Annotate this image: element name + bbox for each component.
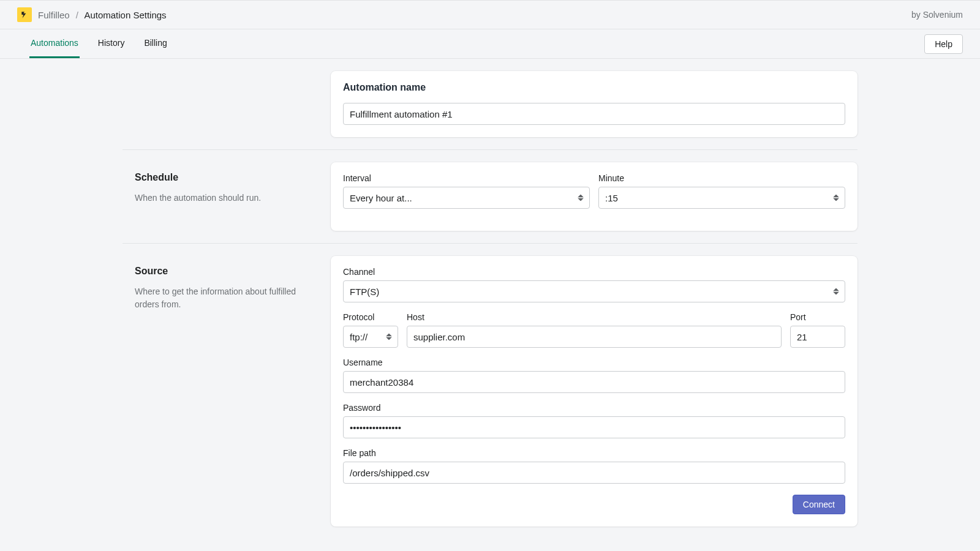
host-label: Host — [407, 312, 782, 322]
schedule-desc: When the automation should run. — [135, 192, 306, 204]
protocol-label: Protocol — [343, 312, 398, 322]
card-schedule: Interval Every hour at... Minu — [331, 162, 858, 231]
breadcrumb: Fulfilleo / Automation Settings — [38, 10, 167, 20]
filepath-input[interactable] — [343, 462, 845, 484]
automation-name-heading: Automation name — [343, 82, 845, 93]
vendor-label: by Solvenium — [911, 10, 963, 20]
interval-label: Interval — [343, 173, 590, 183]
tab-automations[interactable]: Automations — [29, 29, 80, 58]
interval-select[interactable]: Every hour at... — [343, 187, 590, 209]
schedule-title: Schedule — [135, 172, 306, 183]
tabbar: Automations History Billing Help — [0, 29, 980, 59]
password-label: Password — [343, 403, 845, 413]
channel-select[interactable]: FTP(S) — [343, 280, 845, 302]
app-logo-icon — [17, 7, 32, 22]
tab-billing[interactable]: Billing — [143, 29, 168, 58]
source-desc: Where to get the information about fulfi… — [135, 285, 306, 311]
topbar: Fulfilleo / Automation Settings by Solve… — [0, 0, 980, 29]
source-title: Source — [135, 266, 306, 277]
password-input[interactable] — [343, 416, 845, 438]
port-input[interactable] — [790, 326, 845, 348]
section-source: Source Where to get the information abou… — [123, 244, 858, 539]
breadcrumb-app[interactable]: Fulfilleo — [38, 10, 70, 20]
port-label: Port — [790, 312, 845, 322]
automation-name-input[interactable] — [343, 103, 845, 125]
connect-button[interactable]: Connect — [793, 495, 845, 514]
card-source: Channel FTP(S) Protocol — [331, 256, 858, 527]
section-schedule: Schedule When the automation should run.… — [123, 150, 858, 244]
filepath-label: File path — [343, 448, 845, 458]
username-label: Username — [343, 358, 845, 367]
breadcrumb-separator: / — [76, 10, 78, 20]
section-name: Automation name — [123, 59, 858, 150]
host-input[interactable] — [407, 326, 782, 348]
tab-history[interactable]: History — [97, 29, 126, 58]
minute-select[interactable]: :15 — [598, 187, 845, 209]
help-button[interactable]: Help — [924, 34, 963, 54]
username-input[interactable] — [343, 371, 845, 393]
page-title: Automation Settings — [84, 10, 166, 20]
card-automation-name: Automation name — [331, 71, 858, 137]
minute-label: Minute — [598, 173, 845, 183]
protocol-select[interactable]: ftp:// — [343, 326, 398, 348]
channel-label: Channel — [343, 267, 845, 277]
